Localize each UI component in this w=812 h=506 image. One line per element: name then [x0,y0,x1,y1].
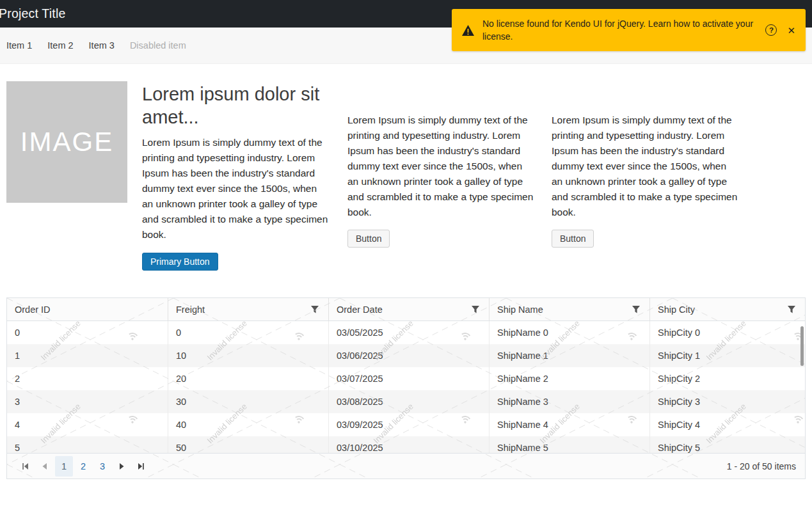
column-2-button[interactable]: Button [347,230,390,248]
menu-item-1[interactable]: Item 1 [0,40,40,51]
column-3-paragraph: Lorem Ipsum is simply dummy text of the … [552,113,739,220]
intro-column-2: Lorem Ipsum is simply dummy text of the … [347,81,534,248]
intro-column-3: Lorem Ipsum is simply dummy text of the … [552,81,739,248]
intro-paragraph: Lorem Ipsum is simply dummy text of the … [142,135,329,242]
page-button-2[interactable]: 2 [74,456,92,477]
license-message[interactable]: No license found for Kendo UI for jQuery… [482,17,765,43]
orders-grid: Invalid license Order ID Freight [6,297,806,479]
menu-item-3[interactable]: Item 3 [81,40,122,51]
close-icon[interactable]: ✕ [787,26,795,35]
first-page-icon[interactable] [16,457,35,476]
last-page-icon[interactable] [131,457,150,476]
grid-header-row: Order ID Freight Order Date Ship Name [7,298,805,321]
prev-page-icon[interactable] [35,457,54,476]
next-page-icon[interactable] [112,457,131,476]
vertical-scrollbar[interactable] [800,326,804,366]
license-banner: No license found for Kendo UI for jQuery… [452,9,806,51]
column-header-ship-city[interactable]: Ship City [650,298,805,320]
table-row[interactable]: 4 40 03/09/2025 ShipName 4 ShipCity 4 [7,413,805,436]
intro-main-column: Lorem ipsum dolor sit amet... Lorem Ipsu… [142,81,329,271]
image-placeholder: IMAGE [6,81,127,203]
table-row[interactable]: 3 30 03/08/2025 ShipName 3 ShipCity 3 [7,390,805,413]
table-row[interactable]: 0 0 03/05/2025 ShipName 0 ShipCity 0 [7,321,805,344]
warning-icon [461,24,475,36]
banner-actions: ? ✕ [765,24,795,36]
intro-section: IMAGE Lorem ipsum dolor sit amet... Lore… [0,81,812,271]
pager-info: 1 - 20 of 50 items [727,461,796,471]
column-3-button[interactable]: Button [552,230,594,248]
intro-heading: Lorem ipsum dolor sit amet... [142,83,329,129]
menu-item-2[interactable]: Item 2 [40,40,81,51]
column-header-order-id[interactable]: Order ID [7,298,168,320]
page-title: Project Title [0,6,65,21]
table-row[interactable]: 2 20 03/07/2025 ShipName 2 ShipCity 2 [7,367,805,390]
table-row[interactable]: 1 10 03/06/2025 ShipName 1 ShipCity 1 [7,344,805,367]
main-content: IMAGE Lorem ipsum dolor sit amet... Lore… [0,81,812,479]
column-header-order-date[interactable]: Order Date [329,298,490,320]
help-icon[interactable]: ? [765,24,777,36]
page-button-1[interactable]: 1 [55,456,73,477]
column-header-freight[interactable]: Freight [168,298,329,320]
primary-button[interactable]: Primary Button [142,253,218,271]
table-row[interactable]: 5 50 03/10/2025 ShipName 5 ShipCity 5 [7,436,805,453]
filter-icon[interactable] [310,305,319,314]
column-2-paragraph: Lorem Ipsum is simply dummy text of the … [347,113,534,220]
filter-icon[interactable] [632,305,641,314]
menu-item-disabled: Disabled item [122,40,194,51]
grid-pager: 1 2 3 1 - 20 of 50 items [7,453,805,478]
grid-body: 0 0 03/05/2025 ShipName 0 ShipCity 0 1 1… [7,321,805,453]
page-button-3[interactable]: 3 [93,456,111,477]
filter-icon[interactable] [471,305,480,314]
filter-icon[interactable] [787,305,796,314]
column-header-ship-name[interactable]: Ship Name [490,298,650,320]
image-placeholder-label: IMAGE [20,127,113,157]
